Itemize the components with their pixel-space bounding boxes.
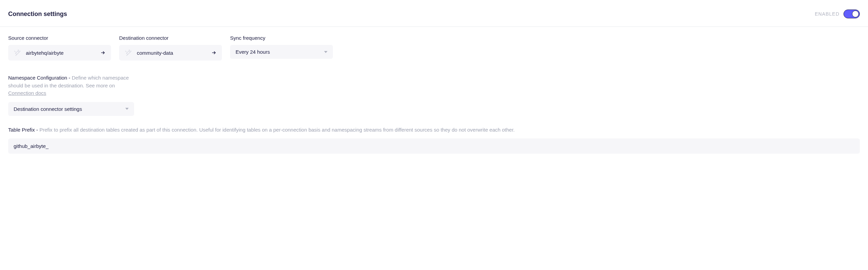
destination-connector-label: Destination connector (119, 35, 222, 41)
destination-connector-select[interactable]: community-data (119, 45, 222, 61)
sync-frequency-value: Every 24 hours (236, 49, 270, 55)
sync-frequency-select[interactable]: Every 24 hours (230, 45, 333, 59)
source-connector-left: airbytehq/airbyte (14, 49, 64, 56)
source-connector-value: airbytehq/airbyte (26, 50, 64, 56)
source-connector-select[interactable]: airbytehq/airbyte (8, 45, 111, 61)
table-prefix-input[interactable] (8, 138, 860, 154)
enabled-toggle-group: ENABLED (815, 10, 860, 18)
sync-frequency-label: Sync frequency (230, 35, 333, 41)
namespace-value: Destination connector settings (14, 106, 82, 112)
enabled-label: ENABLED (815, 11, 839, 17)
enabled-toggle[interactable] (843, 10, 860, 18)
arrow-right-icon (211, 50, 216, 55)
chevron-down-icon (324, 50, 327, 54)
sync-frequency-field: Sync frequency Every 24 hours (230, 35, 333, 61)
toggle-knob (852, 11, 859, 17)
namespace-heading-strong: Namespace Configuration - (8, 75, 72, 81)
table-prefix-heading-strong: Table Prefix - (8, 127, 39, 133)
destination-connector-left: community-data (125, 49, 173, 56)
table-prefix-heading-desc: Prefix to prefix all destination tables … (39, 127, 515, 133)
source-connector-field: Source connector airbytehq/airbyte (8, 35, 111, 61)
connection-docs-link[interactable]: Connection docs (8, 90, 46, 96)
page-title: Connection settings (8, 11, 67, 18)
namespace-heading: Namespace Configuration - Define which n… (8, 74, 131, 97)
namespace-section: Namespace Configuration - Define which n… (8, 74, 860, 116)
destination-connector-field: Destination connector community-data (119, 35, 222, 61)
tools-icon (125, 49, 132, 56)
source-connector-label: Source connector (8, 35, 111, 41)
chevron-down-icon (125, 107, 129, 111)
destination-connector-value: community-data (137, 50, 173, 56)
arrow-right-icon (100, 50, 106, 55)
top-row: Source connector airbytehq/airbyte Desti… (8, 35, 860, 61)
table-prefix-heading: Table Prefix - Prefix to prefix all dest… (8, 126, 860, 134)
tools-icon (14, 49, 21, 56)
settings-header: Connection settings ENABLED (0, 0, 868, 27)
namespace-select[interactable]: Destination connector settings (8, 102, 134, 116)
settings-content: Source connector airbytehq/airbyte Desti… (0, 27, 868, 172)
table-prefix-section: Table Prefix - Prefix to prefix all dest… (8, 126, 860, 154)
